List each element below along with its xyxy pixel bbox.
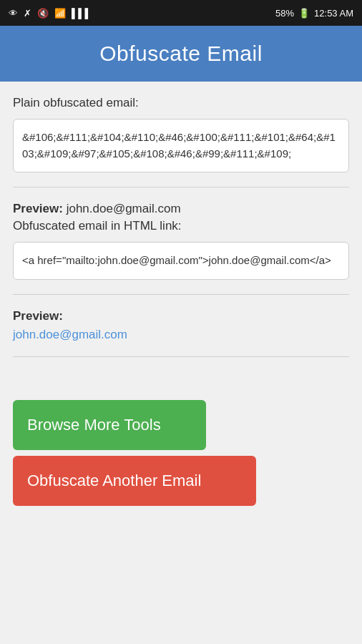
status-icons: 👁 ✗ 🔇 📶 ▌▌▌ xyxy=(9,8,92,19)
preview-link[interactable]: john.doe@gmail.com xyxy=(13,328,349,342)
clock: 12:53 AM xyxy=(314,8,353,19)
html-link-section: Preview: john.doe@gmail.com Obfuscated e… xyxy=(13,187,349,280)
bluetooth-icon: ✗ xyxy=(24,8,31,19)
html-code-box: <a href="mailto:john.doe@gmail.com">john… xyxy=(13,242,349,280)
plain-label: Plain obfuscated email: xyxy=(13,96,349,110)
page-title: Obfuscate Email xyxy=(14,42,348,66)
preview-label-2: Preview: john.doe@gmail.com xyxy=(13,309,349,342)
link-preview-section: Preview: john.doe@gmail.com xyxy=(13,295,349,342)
browse-more-tools-button[interactable]: Browse More Tools xyxy=(13,400,206,450)
battery-icon: 🔋 xyxy=(298,8,310,19)
obfuscate-another-button[interactable]: Obfuscate Another Email xyxy=(13,456,256,506)
status-bar: 👁 ✗ 🔇 📶 ▌▌▌ 58% 🔋 12:53 AM xyxy=(0,0,362,26)
plain-code-box: &#106;&#111;&#104;&#110;&#46;&#100;&#111… xyxy=(13,119,349,172)
html-link-label: Obfuscated email in HTML link: xyxy=(13,219,349,233)
plain-section: Plain obfuscated email: &#106;&#111;&#10… xyxy=(13,82,349,172)
status-right: 58% 🔋 12:53 AM xyxy=(275,8,353,19)
wifi-icon: 📶 xyxy=(54,8,66,19)
preview-email-1: john.doe@gmail.com xyxy=(67,202,181,215)
app-header: Obfuscate Email xyxy=(0,26,362,82)
preview-label-1: Preview: john.doe@gmail.com xyxy=(13,202,349,216)
mute-icon: 🔇 xyxy=(37,8,49,19)
battery-percent: 58% xyxy=(275,8,294,19)
buttons-section: Browse More Tools Obfuscate Another Emai… xyxy=(13,357,349,506)
eye-icon: 👁 xyxy=(9,8,18,19)
signal-icon: ▌▌▌ xyxy=(72,8,92,19)
main-content: Plain obfuscated email: &#106;&#111;&#10… xyxy=(0,82,362,506)
